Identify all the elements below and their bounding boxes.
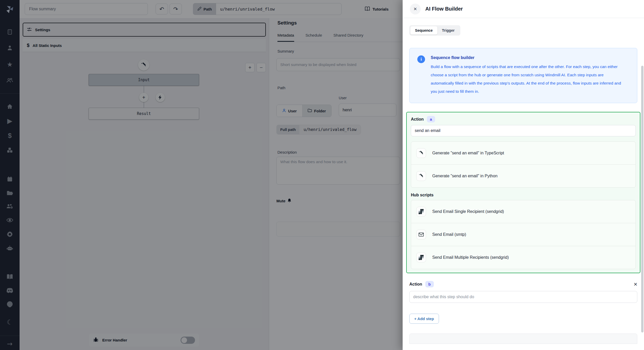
hub-script-label: Send Email (smtp): [432, 232, 466, 237]
windmill-flow-editor: ★ ▶ $ ☾ → ↶ ↷ Path u/henri: [0, 0, 644, 350]
hub-scripts-title: Hub scripts: [411, 193, 636, 197]
action-b-badge: b: [425, 281, 434, 287]
builder-mode-tabs: Sequence Trigger: [409, 25, 460, 36]
info-body: Build a flow with a sequence of scripts …: [431, 63, 626, 96]
close-icon[interactable]: ×: [410, 4, 421, 14]
sendgrid-icon: [416, 207, 426, 216]
hub-script-sendgrid-single[interactable]: Send Email Single Recipient (sendgrid): [411, 200, 635, 223]
drawer-backdrop[interactable]: [0, 0, 403, 350]
action-b-input[interactable]: [409, 291, 637, 303]
remove-step-icon[interactable]: ×: [634, 281, 637, 287]
suggestion-label: Generate "send an email" in TypeScript: [432, 151, 504, 155]
sequence-info-box: i Sequence flow builder Build a flow wit…: [409, 48, 637, 103]
action-a-input[interactable]: [411, 125, 636, 136]
tab-sequence[interactable]: Sequence: [410, 26, 437, 35]
tab-trigger[interactable]: Trigger: [437, 26, 459, 35]
hub-script-label: Send Email Multiple Recipients (sendgrid…: [432, 255, 509, 260]
action-a-badge: a: [427, 116, 435, 122]
action-a-section: Action a Generate "send an email" in Typ…: [406, 112, 640, 273]
drawer-header: × AI Flow Builder: [403, 0, 644, 18]
info-title: Sequence flow builder: [431, 55, 626, 60]
drawer-bottom-box: [409, 334, 637, 344]
suggestion-label: Generate "send an email" in Python: [432, 174, 497, 178]
suggestion-generate-typescript[interactable]: Generate "send an email" in TypeScript: [411, 142, 635, 164]
sendgrid-icon: [416, 253, 426, 262]
magic-wand-icon: [416, 171, 426, 181]
suggestion-generate-python[interactable]: Generate "send an email" in Python: [411, 164, 635, 187]
action-a-label: Action: [411, 117, 424, 122]
drawer-body: Sequence Trigger i Sequence flow builder…: [403, 18, 644, 350]
action-b-label: Action: [409, 282, 422, 287]
drawer-title: AI Flow Builder: [425, 6, 463, 12]
generate-suggestions-list: Generate "send an email" in TypeScript G…: [411, 141, 636, 188]
ai-flow-builder-drawer: × AI Flow Builder Sequence Trigger i Seq…: [403, 0, 644, 350]
envelope-icon: [416, 230, 426, 239]
info-icon: i: [417, 55, 425, 63]
add-step-button[interactable]: + Add step: [409, 314, 439, 324]
hub-scripts-list: Send Email Single Recipient (sendgrid) S…: [411, 200, 636, 269]
hub-script-smtp[interactable]: Send Email (smtp): [411, 223, 635, 246]
drawer-scrollbar[interactable]: [641, 66, 643, 332]
action-b-header: Action b ×: [409, 281, 637, 287]
action-a-header: Action a: [411, 116, 636, 122]
hub-script-label: Send Email Single Recipient (sendgrid): [432, 209, 504, 214]
hub-script-sendgrid-multiple[interactable]: Send Email Multiple Recipients (sendgrid…: [411, 246, 635, 269]
magic-wand-icon: [416, 148, 426, 158]
